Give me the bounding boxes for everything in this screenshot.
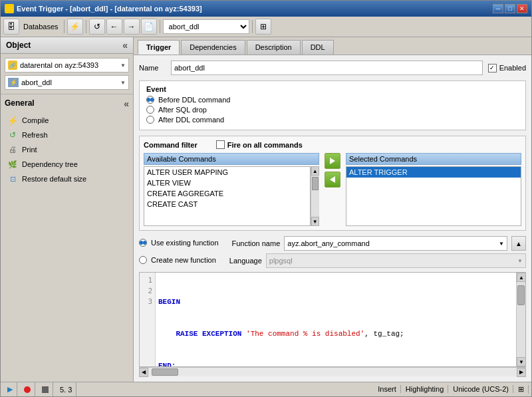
fire-on-all-checkbox[interactable] bbox=[216, 140, 225, 149]
object-name-label: abort_ddl bbox=[21, 78, 120, 86]
create-new-row[interactable]: Create new function bbox=[139, 256, 216, 264]
event-radio-1[interactable]: Before DDL command bbox=[146, 96, 519, 104]
create-new-radio[interactable] bbox=[139, 256, 147, 264]
scroll-thumb[interactable] bbox=[517, 285, 525, 305]
available-cmd-0[interactable]: ALTER USER MAPPING bbox=[144, 167, 310, 178]
move-left-button[interactable] bbox=[325, 172, 340, 188]
use-existing-row[interactable]: Use existing function bbox=[139, 239, 219, 247]
window-icon: ⚡ bbox=[5, 4, 14, 13]
status-play-item: ▶ bbox=[3, 382, 17, 396]
nav-restore-size[interactable]: ⊡ Restore default size bbox=[5, 172, 129, 186]
available-cmd-3[interactable]: CREATE CAST bbox=[144, 199, 310, 209]
databases-dropdown[interactable]: 🗄 bbox=[3, 19, 19, 35]
cmd-filter-label: Command filter bbox=[144, 141, 198, 149]
use-existing-radio[interactable] bbox=[139, 239, 147, 247]
scroll-track bbox=[517, 282, 525, 357]
scroll-down-button[interactable]: ▼ bbox=[517, 357, 526, 366]
enabled-checkbox[interactable]: ✓ bbox=[488, 64, 497, 72]
insert-mode-label: Insert bbox=[378, 385, 396, 393]
available-commands-list[interactable]: ALTER USER MAPPING ALTER VIEW CREATE AGG… bbox=[144, 166, 311, 226]
available-cmd-1[interactable]: ALTER VIEW bbox=[144, 178, 310, 188]
language-combo[interactable]: plpgsql ▼ bbox=[266, 253, 526, 268]
av-scroll-down[interactable]: ▼ bbox=[311, 217, 319, 226]
database-icon: 🗄 bbox=[7, 22, 15, 31]
event-radio-3[interactable]: After DDL command bbox=[146, 116, 519, 124]
create-new-label: Create new function bbox=[151, 256, 216, 264]
nav-compile[interactable]: ⚡ Compile bbox=[5, 113, 129, 128]
av-scroll-thumb[interactable] bbox=[312, 177, 319, 190]
close-button[interactable]: ✕ bbox=[517, 4, 527, 13]
connection-combo[interactable]: abort_ddl bbox=[163, 19, 249, 34]
toolbar-separator-4 bbox=[252, 20, 253, 33]
connection-inner: 🔗 datarental on ayz:54393 bbox=[8, 61, 120, 70]
event-radio-2[interactable]: After SQL drop bbox=[146, 106, 519, 114]
move-right-button[interactable] bbox=[325, 153, 340, 169]
event-radio-btn-3[interactable] bbox=[146, 116, 154, 124]
cmd-filter-header: Command filter Fire on all commands bbox=[144, 140, 521, 149]
play-icon[interactable]: ▶ bbox=[7, 385, 13, 394]
tree-nav-icon: 🌿 bbox=[7, 159, 18, 170]
nav-print[interactable]: 🖨 Print bbox=[5, 142, 129, 157]
fire-on-all-label: Fire on all commands bbox=[227, 141, 303, 149]
tab-ddl[interactable]: DDL bbox=[302, 40, 334, 55]
enabled-checkbox-row: ✓ Enabled bbox=[488, 64, 526, 72]
function-name-combo[interactable]: ayz.abort_any_command ▼ bbox=[284, 236, 507, 251]
function-up-button[interactable]: ▲ bbox=[511, 236, 526, 251]
h-scroll-left[interactable]: ◀ bbox=[139, 368, 148, 377]
nav-tree-label: Dependency tree bbox=[22, 160, 78, 168]
scroll-up-button[interactable]: ▲ bbox=[517, 273, 526, 282]
nav-refresh[interactable]: ↺ Refresh bbox=[5, 128, 129, 142]
status-highlighting[interactable]: Highlighting bbox=[402, 385, 448, 393]
available-commands-label: Available Commands bbox=[144, 153, 319, 165]
line-num-3: 3 bbox=[140, 297, 155, 307]
available-cmd-2[interactable]: CREATE AGGREGATE bbox=[144, 188, 310, 199]
function-radios: Use existing function Function name ayz.… bbox=[139, 236, 526, 251]
event-section: Event Before DDL command After SQL drop … bbox=[139, 80, 526, 130]
nav-dependency-tree[interactable]: 🌿 Dependency tree bbox=[5, 157, 129, 172]
h-scroll-thumb[interactable] bbox=[152, 368, 178, 376]
func-combo-arrow-icon: ▼ bbox=[499, 241, 504, 247]
status-encoding: Unicode (UCS-2) bbox=[449, 385, 513, 393]
connection-select[interactable]: 🔗 datarental on ayz:54393 ▼ bbox=[5, 58, 129, 72]
av-scroll-up[interactable]: ▲ bbox=[311, 166, 319, 176]
h-scroll-right[interactable]: ▶ bbox=[517, 368, 526, 377]
maximize-button[interactable]: □ bbox=[505, 4, 515, 13]
lightning-nav-icon: ⚡ bbox=[7, 115, 18, 126]
tab-dependencies[interactable]: Dependencies bbox=[181, 40, 245, 55]
toolbar-btn-more[interactable]: ⊞ bbox=[255, 19, 271, 35]
event-radio-btn-1[interactable] bbox=[146, 96, 154, 104]
object-panel-collapse[interactable]: « bbox=[122, 40, 128, 51]
cmd-lists: Available Commands ALTER USER MAPPING AL… bbox=[144, 153, 521, 226]
selected-commands-list[interactable]: ALTER TRIGGER bbox=[346, 166, 521, 226]
selected-cmd-0[interactable]: ALTER TRIGGER bbox=[346, 167, 521, 178]
object-icon: ⚡ bbox=[8, 78, 19, 87]
object-header-label: Object bbox=[6, 41, 31, 50]
toolbar-btn-forward[interactable]: → bbox=[124, 19, 140, 35]
tab-bar: Trigger Dependencies Description DDL bbox=[134, 37, 531, 55]
toolbar-btn-doc[interactable]: 📄 bbox=[141, 19, 157, 35]
toolbar-btn-refresh1[interactable]: ↺ bbox=[89, 19, 105, 35]
toolbar-btn-lightning[interactable]: ⚡ bbox=[67, 19, 83, 35]
more-icon: ⊞ bbox=[260, 22, 267, 31]
tab-trigger[interactable]: Trigger bbox=[138, 40, 180, 55]
event-radio-btn-2[interactable] bbox=[146, 106, 154, 114]
toolbar-area: 🗄 Databases ⚡ ↺ ← → 📄 abort_ddl ⊞ bbox=[1, 17, 531, 37]
lightning-icon: ⚡ bbox=[70, 22, 80, 31]
general-collapse-btn[interactable]: « bbox=[124, 98, 129, 109]
tab-description[interactable]: Description bbox=[247, 40, 301, 55]
enabled-label: Enabled bbox=[499, 64, 526, 72]
document-icon: 📄 bbox=[144, 22, 154, 31]
cmd-transfer-buttons bbox=[322, 153, 343, 188]
available-commands-scrollbar[interactable]: ▲ ▼ bbox=[311, 166, 319, 226]
extra-icon: ⊞ bbox=[518, 385, 524, 394]
stop-icon bbox=[42, 386, 49, 393]
minimize-button[interactable]: ─ bbox=[493, 4, 503, 13]
connection-icon: 🔗 bbox=[8, 61, 17, 70]
code-content[interactable]: BEGIN RAISE EXCEPTION 'The command % is … bbox=[156, 273, 516, 366]
databases-label: Databases bbox=[21, 23, 61, 31]
main-content: Object « 🔗 datarental on ayz:54393 ▼ ⚡ a… bbox=[1, 37, 531, 382]
object-select[interactable]: ⚡ abort_ddl ▼ bbox=[5, 75, 129, 90]
code-line-1: BEGIN bbox=[158, 297, 513, 307]
toolbar-btn-back[interactable]: ← bbox=[106, 19, 122, 35]
name-input[interactable] bbox=[171, 61, 483, 75]
